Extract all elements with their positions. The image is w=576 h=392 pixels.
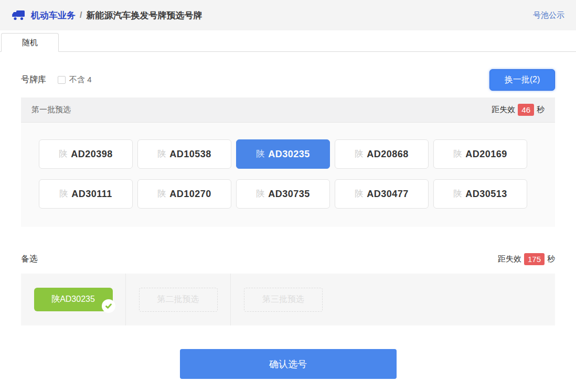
exclude-4-filter[interactable]: 不含 4 bbox=[58, 75, 92, 85]
backup-header-row: 备选 距失效 175 秒 bbox=[21, 253, 555, 265]
plate-number: AD20868 bbox=[367, 149, 409, 160]
tab-bar: 随机 bbox=[0, 33, 576, 52]
plate-option[interactable]: 陕AD30111 bbox=[39, 179, 133, 209]
countdown-prefix: 距失效 bbox=[492, 105, 515, 115]
pool-publicity-link[interactable]: 号池公示 bbox=[533, 10, 564, 20]
plate-option[interactable]: 陕AD30513 bbox=[433, 179, 527, 209]
backup-countdown: 距失效 175 秒 bbox=[498, 253, 555, 265]
plate-option[interactable]: 陕AD30735 bbox=[236, 179, 330, 209]
plate-grid: 陕AD20398陕AD10538陕AD30235陕AD20868陕AD20169… bbox=[21, 123, 546, 227]
backup-selected-plate[interactable]: 陕AD30235 bbox=[34, 288, 113, 311]
plate-number: AD10538 bbox=[169, 149, 211, 160]
page-title: 新能源汽车换发号牌预选号牌 bbox=[86, 9, 202, 21]
plate-number: AD30477 bbox=[367, 189, 409, 200]
plate-province: 陕 bbox=[453, 189, 462, 200]
plate-province: 陕 bbox=[355, 149, 363, 160]
countdown-value-badge: 175 bbox=[524, 253, 545, 265]
confirm-selection-button[interactable]: 确认选号 bbox=[180, 349, 397, 379]
plate-province: 陕 bbox=[256, 149, 264, 160]
plate-province: 陕 bbox=[453, 149, 462, 160]
plate-province: 陕 bbox=[355, 189, 363, 200]
plate-option[interactable]: 陕AD20169 bbox=[433, 139, 527, 169]
plate-option[interactable]: 陕AD10270 bbox=[137, 179, 231, 209]
batch2-placeholder: 第二批预选 bbox=[139, 288, 218, 312]
countdown-suffix: 秒 bbox=[537, 105, 545, 115]
plate-province: 陕 bbox=[59, 189, 68, 200]
countdown-prefix: 距失效 bbox=[498, 254, 521, 264]
plate-province: 陕 bbox=[256, 189, 264, 200]
batch3-placeholder: 第三批预选 bbox=[244, 288, 323, 312]
plate-option[interactable]: 陕AD20868 bbox=[335, 139, 429, 169]
pool-row: 号牌库 不含 4 换一批(2) bbox=[21, 69, 555, 91]
backup-body: 陕AD30235 第二批预选 第三批预选 bbox=[21, 274, 555, 325]
app-title: 机动车业务 bbox=[31, 9, 76, 21]
header: 机动车业务 / 新能源汽车换发号牌预选号牌 号池公示 bbox=[0, 0, 576, 30]
plate-option[interactable]: 陕AD30235 bbox=[236, 139, 330, 169]
first-batch-header: 第一批预选 距失效 46 秒 bbox=[21, 97, 555, 123]
plate-province: 陕 bbox=[157, 189, 166, 200]
countdown-value-badge: 46 bbox=[518, 104, 534, 116]
backup-cell-selected: 陕AD30235 bbox=[21, 274, 126, 325]
exclude-4-checkbox[interactable] bbox=[58, 76, 66, 84]
countdown-suffix: 秒 bbox=[547, 254, 555, 264]
backup-selected-plate-label: 陕AD30235 bbox=[51, 294, 95, 305]
truck-icon bbox=[12, 9, 26, 21]
plate-option[interactable]: 陕AD10538 bbox=[137, 139, 231, 169]
plate-province: 陕 bbox=[59, 149, 67, 160]
first-batch-countdown: 距失效 46 秒 bbox=[492, 104, 545, 116]
backup-title: 备选 bbox=[21, 254, 38, 265]
plate-number: AD30513 bbox=[465, 189, 507, 200]
backup-cell-batch3: 第三批预选 bbox=[231, 274, 336, 325]
exclude-4-label: 不含 4 bbox=[69, 75, 92, 85]
change-batch-button[interactable]: 换一批(2) bbox=[489, 69, 555, 91]
plate-option[interactable]: 陕AD30477 bbox=[335, 179, 429, 209]
pool-label: 号牌库 bbox=[21, 74, 46, 85]
plate-number: AD20398 bbox=[71, 149, 113, 160]
plate-province: 陕 bbox=[157, 149, 166, 160]
plate-option[interactable]: 陕AD20398 bbox=[39, 139, 133, 169]
plate-number: AD30235 bbox=[268, 149, 310, 160]
plate-number: AD30111 bbox=[71, 189, 112, 200]
plate-number: AD30735 bbox=[268, 189, 310, 200]
first-batch-title: 第一批预选 bbox=[31, 105, 71, 115]
backup-cell-empty bbox=[336, 274, 555, 325]
backup-cell-batch2: 第二批预选 bbox=[126, 274, 231, 325]
breadcrumb-separator: / bbox=[80, 10, 82, 20]
tab-random[interactable]: 随机 bbox=[1, 33, 59, 52]
plate-number: AD20169 bbox=[465, 149, 507, 160]
plate-number: AD10270 bbox=[169, 189, 211, 200]
first-batch-section: 第一批预选 距失效 46 秒 陕AD20398陕AD10538陕AD30235陕… bbox=[21, 97, 555, 227]
check-icon bbox=[102, 299, 115, 313]
